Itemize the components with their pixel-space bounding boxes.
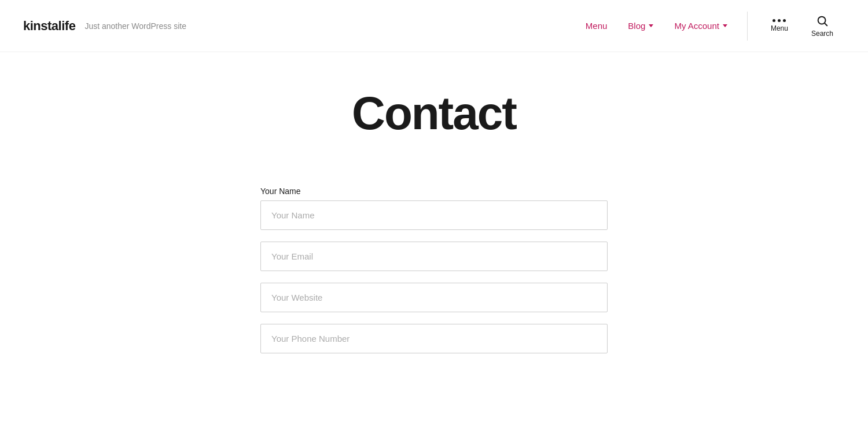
three-dots-icon bbox=[773, 19, 786, 22]
email-input[interactable] bbox=[260, 242, 608, 271]
svg-line-1 bbox=[825, 23, 827, 25]
site-tagline: Just another WordPress site bbox=[84, 21, 186, 31]
mobile-menu-button[interactable]: Menu bbox=[759, 14, 800, 37]
search-icon bbox=[816, 14, 829, 27]
my-account-link[interactable]: My Account bbox=[666, 16, 735, 35]
phone-input[interactable] bbox=[260, 324, 608, 353]
main-nav: Menu Blog My Account bbox=[578, 16, 735, 35]
contact-form: Your Name bbox=[260, 187, 608, 365]
page-title: Contact bbox=[352, 87, 516, 140]
name-label: Your Name bbox=[260, 187, 608, 196]
name-field-group: Your Name bbox=[260, 187, 608, 230]
website-field-group bbox=[260, 283, 608, 312]
my-account-chevron-icon bbox=[723, 24, 727, 27]
header-right: Menu Blog My Account Menu bbox=[578, 10, 845, 42]
blog-chevron-icon bbox=[649, 24, 653, 27]
email-field-group bbox=[260, 242, 608, 271]
name-input[interactable] bbox=[260, 200, 608, 230]
search-button[interactable]: Search bbox=[800, 10, 845, 42]
site-header: kinstalife Just another WordPress site M… bbox=[0, 0, 868, 52]
menu-icon-label: Menu bbox=[771, 24, 788, 32]
search-icon-label: Search bbox=[811, 30, 833, 38]
phone-field-group bbox=[260, 324, 608, 353]
website-input[interactable] bbox=[260, 283, 608, 312]
blog-link[interactable]: Blog bbox=[620, 16, 661, 35]
site-title: kinstalife bbox=[23, 19, 75, 34]
menu-link[interactable]: Menu bbox=[578, 16, 616, 35]
main-content: Contact Your Name bbox=[0, 52, 868, 388]
header-left: kinstalife Just another WordPress site bbox=[23, 19, 186, 34]
header-divider bbox=[747, 12, 748, 41]
